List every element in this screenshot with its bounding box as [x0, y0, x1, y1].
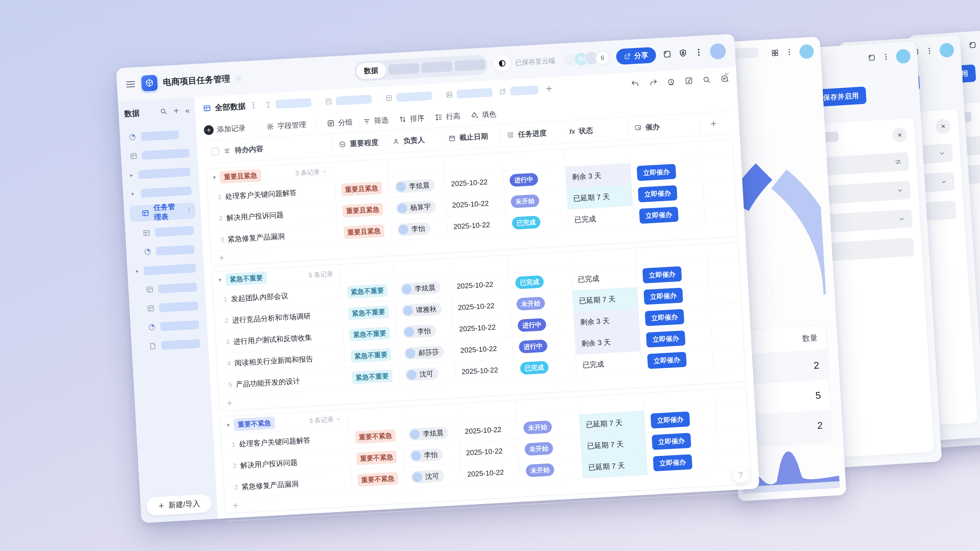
due-date-cell[interactable]: 2025-10-22	[454, 337, 514, 362]
urge-now-button[interactable]: 立即催办	[647, 352, 687, 369]
due-date-cell[interactable]: 2025-10-22	[445, 192, 505, 216]
due-date-cell[interactable]: 2025-10-22	[461, 461, 520, 485]
user-avatar[interactable]	[710, 43, 726, 60]
kebab-icon[interactable]	[882, 52, 891, 62]
view-tab-skeleton[interactable]	[385, 91, 432, 103]
group-badge[interactable]: 紧急不重要	[225, 271, 267, 286]
urge-now-button[interactable]: 立即催办	[646, 330, 686, 348]
priority-cell[interactable]: 重要且紧急	[337, 220, 392, 244]
progress-cell[interactable]: 已完成	[505, 210, 569, 234]
group-collapse-icon[interactable]: ▾	[213, 174, 216, 181]
tab-skeleton[interactable]	[388, 63, 419, 75]
view-tab-skeleton[interactable]	[325, 95, 372, 106]
column-header-urge[interactable]: 催办	[628, 113, 700, 140]
shield-lock-icon[interactable]	[678, 48, 688, 58]
due-date-cell[interactable]: 2025-10-22	[458, 418, 518, 442]
fill-color-button[interactable]: 填色	[470, 109, 496, 121]
collapse-sidebar-icon[interactable]: «	[185, 106, 190, 115]
progress-cell[interactable]: 未开始	[504, 188, 568, 213]
kebab-icon[interactable]	[785, 48, 794, 57]
sidebar-item-table[interactable]	[126, 146, 192, 164]
add-view-icon[interactable]	[545, 84, 553, 94]
priority-cell[interactable]: 紧急不重要	[345, 365, 400, 389]
group-record-count[interactable]: 3 条记录	[309, 414, 348, 425]
group-badge[interactable]: 重要且紧急	[220, 168, 261, 183]
progress-cell[interactable]: 未开始	[517, 414, 580, 439]
plugin-icon[interactable]	[867, 53, 876, 63]
field-manage-button[interactable]: 字段管理	[266, 120, 307, 132]
progress-cell[interactable]: 已完成	[514, 355, 577, 380]
priority-cell[interactable]: 紧急不重要	[342, 300, 396, 325]
owner-cell[interactable]: 李怡	[403, 443, 460, 467]
avatar[interactable]	[896, 49, 911, 64]
status-cell[interactable]: 剩余 3 天	[565, 163, 632, 188]
progress-cell[interactable]: 进行中	[511, 312, 575, 337]
reminder-clock-icon[interactable]	[667, 77, 676, 87]
owner-cell[interactable]: 沈可	[399, 362, 456, 386]
close-icon[interactable]: ×	[935, 118, 951, 134]
owner-cell[interactable]: 沈可	[404, 464, 462, 488]
tab-skeleton[interactable]	[422, 61, 452, 73]
column-header-progress[interactable]: 任务进度	[500, 121, 564, 147]
avatar[interactable]	[939, 43, 954, 58]
status-cell[interactable]: 已延期 7 天	[580, 432, 646, 457]
column-header-priority[interactable]: 重要程度	[332, 130, 387, 156]
sidebar-item-task-table[interactable]: 任务管理表	[129, 202, 196, 222]
priority-cell[interactable]: 重要且紧急	[335, 177, 390, 201]
redo-icon[interactable]	[649, 78, 658, 89]
urge-now-button[interactable]: 立即催办	[645, 309, 684, 326]
status-cell[interactable]: 已延期 7 天	[582, 454, 648, 478]
urge-now-button[interactable]: 立即催办	[652, 433, 691, 450]
owner-cell[interactable]: 郝莎莎	[398, 340, 455, 365]
status-cell[interactable]: 剩余 3 天	[573, 308, 640, 333]
due-date-cell[interactable]: 2025-10-22	[460, 439, 519, 464]
progress-cell[interactable]: 进行中	[512, 333, 576, 358]
close-icon[interactable]: ×	[892, 127, 907, 143]
due-date-cell[interactable]: 2025-10-22	[452, 316, 512, 340]
owner-cell[interactable]: 李炫晨	[388, 174, 445, 198]
group-button[interactable]: 分组	[326, 118, 353, 129]
priority-cell[interactable]: 紧急不重要	[343, 322, 398, 346]
progress-cell[interactable]: 已完成	[509, 269, 572, 294]
apps-icon[interactable]	[771, 49, 780, 59]
sidebar-folder-expanded[interactable]: ▾	[128, 183, 194, 201]
owner-cell[interactable]: 谭雅秋	[395, 297, 452, 322]
status-cell[interactable]: 已延期 7 天	[566, 185, 633, 210]
hamburger-icon[interactable]	[126, 81, 135, 87]
status-cell[interactable]: 已延期 7 天	[579, 411, 646, 436]
urge-now-button[interactable]: 立即催办	[651, 411, 690, 429]
undo-icon[interactable]	[631, 79, 640, 89]
group-collapse-icon[interactable]: ▾	[227, 422, 230, 429]
owner-cell[interactable]: 杨算宇	[390, 195, 447, 219]
search-icon[interactable]	[702, 75, 711, 86]
urge-now-button[interactable]: 立即催办	[644, 288, 683, 305]
share-button[interactable]: 分享	[616, 47, 656, 65]
sidebar-item-table[interactable]	[135, 299, 201, 316]
priority-cell[interactable]: 重要不紧急	[351, 467, 406, 491]
kebab-icon[interactable]	[186, 206, 193, 214]
due-date-cell[interactable]: 2025-10-22	[455, 359, 514, 383]
sidebar-item-table[interactable]	[134, 279, 200, 297]
owner-cell[interactable]: 李怡	[391, 217, 448, 241]
sidebar-item-dashboard[interactable]	[125, 127, 191, 144]
status-cell[interactable]: 已延期 7 天	[572, 287, 638, 312]
view-tab-skeleton[interactable]	[264, 98, 312, 110]
sidebar-folder-expanded[interactable]: ▾	[133, 261, 199, 279]
tab-data[interactable]: 数据	[356, 62, 386, 79]
group-record-count[interactable]: 5 条记录	[309, 269, 340, 279]
row-height-button[interactable]: 行高	[434, 111, 461, 122]
urge-now-button[interactable]: 立即催办	[642, 266, 682, 283]
due-date-cell[interactable]: 2025-10-22	[447, 213, 506, 238]
edit-icon[interactable]	[684, 76, 694, 86]
owner-cell[interactable]: 李炫晨	[394, 276, 451, 300]
progress-cell[interactable]: 未开始	[519, 457, 583, 482]
due-date-cell[interactable]: 2025-10-22	[444, 170, 504, 195]
view-tab-all-data[interactable]: 全部数据	[202, 100, 258, 114]
column-header-due-date[interactable]: 截止日期	[442, 124, 501, 150]
priority-cell[interactable]: 重要且紧急	[336, 198, 390, 222]
priority-cell[interactable]: 重要不紧急	[350, 446, 404, 470]
add-icon[interactable]	[172, 106, 180, 116]
due-date-cell[interactable]: 2025-10-22	[451, 294, 511, 319]
kebab-icon[interactable]	[694, 48, 703, 57]
sidebar-item-table[interactable]	[130, 223, 197, 241]
